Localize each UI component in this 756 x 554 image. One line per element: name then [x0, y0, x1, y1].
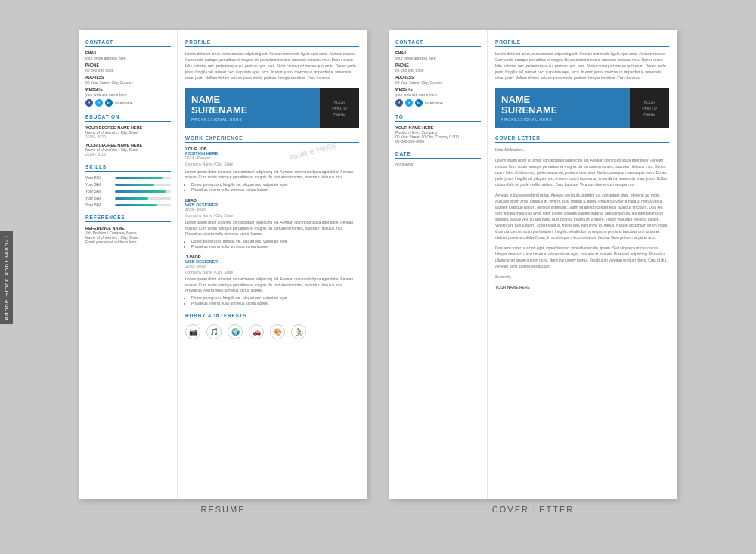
skill-name: Your Skill [85, 196, 112, 200]
edu2-years: 2018 - 2019 [85, 152, 171, 156]
resume-label: RESUME [200, 505, 245, 514]
cover-para1: Lorem ipsum dolor sit amet, consectetuer… [495, 157, 669, 187]
job-bullets: Donec pede justo, fringilla vel, aliquet… [185, 239, 359, 249]
hobby-art: 🎨 [270, 324, 285, 339]
to-section: TO YOUR NAME HERE Position Here / Compan… [395, 114, 481, 144]
references-section: REFERENCES REFERENCE NAME Job Position /… [85, 215, 171, 244]
date-title: DATE [395, 151, 481, 159]
resume-left-column: CONTACT EMAIL your email address here PH… [79, 30, 178, 499]
cover-right-column: PROFILE Lorem dolor sit amet, consectetu… [488, 30, 677, 499]
skill-bar-fill [115, 184, 154, 186]
education-title: EDUCATION [85, 114, 171, 122]
phone-label: PHONE [85, 63, 171, 67]
date-section: DATE 00/00/0000 [395, 151, 481, 167]
website-label: WEBSITE [85, 87, 171, 91]
skill-bar [115, 197, 171, 200]
twitter-icon: t [95, 99, 103, 107]
cover-email-label: EMAIL [395, 51, 481, 55]
edu-item-2: YOUR DEGREE NAME HERE Name of University… [85, 143, 171, 156]
skill-item: Your Skill [85, 189, 171, 193]
skill-name: Your Skill [85, 175, 112, 180]
social-row: f t in /username [85, 99, 171, 107]
resume-name: NAME [191, 94, 314, 105]
skill-bar-fill [115, 190, 166, 193]
job-company: Company Name / City, State [185, 213, 359, 219]
main-container: CONTACT EMAIL your email address here PH… [0, 0, 756, 554]
cover-profession: PROFESSIONAL HERE [501, 117, 624, 122]
work-item: YOUR JOB POSITION HERE 2023 - Present Co… [185, 147, 359, 192]
job-dates: 2019 - 2020 [185, 207, 359, 212]
cover-social-username: /username [425, 101, 443, 105]
skill-bar-fill [115, 197, 148, 200]
cover-para3: Duis arcu tortor, suscipit eget, imperdi… [495, 245, 669, 269]
cover-profile-title: PROFILE [495, 39, 669, 47]
job-desc: Lorem ipsum dolor sit amet, consectetuer… [185, 277, 359, 294]
cover-name: NAME [501, 94, 624, 105]
cover-address-label: ADDRESS [395, 75, 481, 79]
education-section: EDUCATION YOUR DEGREE NAME HERE Name of … [85, 114, 171, 156]
work-experience-section: WORK EXPERIENCE YOUR JOB POSITION HERE 2… [185, 135, 359, 305]
hobby-car: 🚗 [249, 324, 264, 339]
hobby-bike: 🚴 [291, 324, 306, 339]
skill-bar-fill [115, 177, 163, 179]
cover-address-value: 00 Your Street, City, Country [395, 80, 481, 85]
cover-website-value: your web site name here [395, 92, 481, 97]
profile-text: Lorem dolor sit amet, consectetuer adipi… [185, 51, 359, 81]
cover-contact-section: CONTACT EMAIL your email address here PH… [395, 39, 481, 107]
skill-bar [115, 204, 171, 206]
job-company: Company Name / City, State [185, 270, 359, 276]
adobe-stock-badge: Adobe Stock #561348521 [0, 230, 13, 323]
address-label: ADDRESS [85, 75, 171, 79]
jobs-list: YOUR JOB POSITION HERE 2023 - Present Co… [185, 147, 359, 305]
bullet: Phasellus viverra nulla ut metus varius … [191, 187, 359, 192]
cover-sign-name: YOUR NAME HERE [495, 284, 669, 290]
cover-body: CONTACT EMAIL your email address here PH… [389, 30, 677, 499]
skill-name: Your Skill [85, 189, 112, 193]
bullet: Phasellus viverra nulla ut metus varius … [191, 244, 359, 249]
resume-profession: PROFESSIONAL HERE [191, 117, 314, 122]
contact-section: CONTACT EMAIL your email address here PH… [85, 39, 171, 107]
bullet: Phasellus viverra nulla ut metus varius … [191, 301, 359, 305]
bullet: Donec pede justo, fringilla vel, aliquet… [191, 239, 359, 243]
photo-placeholder: YOURPHOTOHERE [320, 88, 359, 128]
bullet: Donec pede justo, fringilla vel, aliquet… [191, 182, 359, 187]
job-dates: 2016 - 2019 [185, 264, 359, 268]
cover-photo-text: YOURPHOTOHERE [642, 99, 656, 118]
cover-social-row: f t in /username [395, 99, 481, 107]
skill-bar [115, 184, 171, 186]
skill-bar [115, 177, 171, 179]
cover-para2: Aenean vulputate eleifend tellus. Aenean… [495, 192, 669, 240]
job-desc: Lorem ipsum dolor sit amet, consectetuer… [185, 169, 359, 181]
skills-title: SKILLS [85, 164, 171, 172]
email-value: your email address here [85, 56, 171, 60]
email-label: EMAIL [85, 51, 171, 55]
job-company: Company Name / City, State [185, 162, 359, 168]
skills-section: SKILLS Your Skill Your Skill Your Skill … [85, 164, 171, 207]
resume-body: CONTACT EMAIL your email address here PH… [79, 30, 367, 499]
contact-title: CONTACT [85, 39, 171, 47]
facebook-icon: f [85, 99, 93, 107]
cover-salutation: Dear Sir/Madam, [495, 147, 669, 153]
cover-letter-section: COVER LETTER Dear Sir/Madam, Lorem ipsum… [495, 135, 669, 290]
skill-item: Your Skill [85, 196, 171, 200]
linkedin-icon: in [105, 99, 113, 107]
cover-document: CONTACT EMAIL your email address here PH… [389, 30, 677, 499]
address-value: 00 Your Street, City, Country [85, 80, 171, 85]
work-item: LEAD WEB DESIGNER 2019 - 2020 Company Na… [185, 198, 359, 249]
cover-facebook-icon: f [395, 99, 403, 107]
cover-photo-placeholder: YOURPHOTOHERE [630, 88, 669, 128]
cover-label: COVER LETTER [492, 505, 574, 514]
cover-surname: SURENAME [501, 105, 624, 116]
to-phone: 00-000-000-0000 [395, 139, 481, 144]
edu1-years: 2018 - 2020 [85, 135, 171, 139]
phone-value: 00 000 000 0000 [85, 68, 171, 73]
cover-name-card: NAME SURENAME PROFESSIONAL HERE YOURPHOT… [495, 88, 669, 128]
bullet: Donec pede justo, fringilla vel, aliquet… [191, 296, 359, 300]
hobby-section: HOBBY & INTERESTS 📷 🎵 🌍 🚗 🎨 🚴 [185, 313, 359, 339]
hobby-title: HOBBY & INTERESTS [185, 313, 359, 320]
name-card-blue: NAME SURENAME PROFESSIONAL HERE [185, 88, 320, 128]
profile-section: PROFILE Lorem dolor sit amet, consectetu… [185, 39, 359, 81]
skill-name: Your Skill [85, 203, 112, 207]
resume-document-wrapper: CONTACT EMAIL your email address here PH… [79, 30, 367, 514]
cover-contact-title: CONTACT [395, 39, 481, 47]
